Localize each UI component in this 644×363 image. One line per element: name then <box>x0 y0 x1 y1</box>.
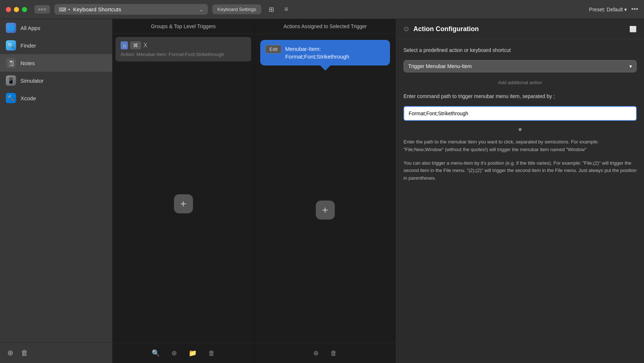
dropdown-trigger-menubar[interactable]: Trigger Menubar Menu-Item ▾ <box>404 60 637 72</box>
all-apps-icon: 🌐 <box>6 23 16 33</box>
x-icon: X <box>143 42 147 49</box>
groups-panel-header: Groups & Top Level Triggers <box>113 19 254 34</box>
trigger-icons: ⌂ ⌘ X <box>121 41 246 49</box>
groups-add-area: + <box>113 64 254 343</box>
actions-add-area: + <box>254 77 396 343</box>
actions-panel: Actions Assigned to Selected Trigger Edi… <box>254 19 396 363</box>
close-button[interactable] <box>6 7 11 12</box>
sidebar-add-button[interactable]: ⊕ <box>6 347 15 359</box>
xcode-icon: 🔨 <box>6 93 16 103</box>
config-more-button[interactable]: ⊙ <box>404 25 409 33</box>
sidebar-delete-button[interactable]: 🗑 <box>19 347 30 359</box>
cmd-icon: ⌘ <box>130 41 141 49</box>
command-path-label: Enter command path to trigger menubar me… <box>404 93 637 100</box>
actions-bottom: ⊕ 🗑 <box>254 343 396 363</box>
actions-add-button[interactable]: + <box>316 201 335 220</box>
keyboard-icon: ⌨ <box>59 7 66 12</box>
action-title-text: Menubar-Item: Format;Font;Strikethrough <box>285 45 385 60</box>
command-path-input[interactable] <box>404 106 637 121</box>
groups-panel: Groups & Top Level Triggers ⌂ ⌘ X Action… <box>113 19 254 363</box>
sidebar: 🌐 All Apps 🔍 Finder 📓 Notes 📱 Simulator … <box>0 19 113 363</box>
sidebar-label-finder: Finder <box>20 42 36 49</box>
maximize-button[interactable] <box>22 7 27 12</box>
sidebar-item-all-apps[interactable]: 🌐 All Apps <box>0 19 112 37</box>
titlebar: <<< ⌨ • Keyboard Shortcuts ⌄ Keyboard Se… <box>0 0 644 19</box>
sidebar-item-xcode[interactable]: 🔨 Xcode <box>0 89 112 107</box>
main-content: 🌐 All Apps 🔍 Finder 📓 Notes 📱 Simulator … <box>0 19 644 363</box>
edit-button[interactable]: Edit <box>265 45 281 53</box>
config-panel: ⊙ Action Configuration ⬜ Select a predef… <box>396 19 644 363</box>
home-icon: ⌂ <box>121 41 128 49</box>
config-expand-button[interactable]: ⬜ <box>629 26 637 33</box>
more-button[interactable]: ••• <box>631 5 638 13</box>
notes-icon: 📓 <box>6 58 16 68</box>
traffic-lights <box>6 7 27 12</box>
config-title: Action Configuration <box>413 25 479 33</box>
groups-bottom: 🔍 ⊕ 📁 🗑 <box>113 343 254 363</box>
title-center: ⌨ • Keyboard Shortcuts ⌄ <box>54 4 208 15</box>
speech-bubble-tail <box>320 66 330 71</box>
sidebar-item-finder[interactable]: 🔍 Finder <box>0 37 112 54</box>
select-label: Select a predefined action or keyboard s… <box>404 46 637 54</box>
help-text-1: Enter the path to the menubar item you w… <box>404 138 637 154</box>
list-icon[interactable]: ≡ <box>281 4 291 15</box>
actions-delete-button[interactable]: 🗑 <box>327 348 340 359</box>
config-header: ⊙ Action Configuration ⬜ <box>396 19 644 39</box>
groups-search-button[interactable]: 🔍 <box>149 348 163 359</box>
trigger-item[interactable]: ⌂ ⌘ X Action: Menubar-Item: Format;Font;… <box>115 37 251 61</box>
dropdown-label: Trigger Menubar Menu-Item <box>408 63 472 69</box>
chevron-button[interactable]: ⌄ <box>199 6 204 13</box>
config-body: Select a predefined action or keyboard s… <box>396 39 644 190</box>
help-text-2: You can also trigger a menu-item by it's… <box>404 160 637 182</box>
sidebar-item-simulator[interactable]: 📱 Simulator <box>0 72 112 89</box>
trigger-action-text: Action: Menubar-Item: Format;Font;Strike… <box>121 52 246 57</box>
add-additional-action[interactable]: Add additional action <box>404 78 637 87</box>
simulator-icon: 📱 <box>6 75 16 86</box>
sidebar-label-notes: Notes <box>20 60 35 66</box>
columns-icon[interactable]: ⊞ <box>266 4 277 15</box>
actions-add-bottom-button[interactable]: ⊕ <box>310 348 322 359</box>
preset-button[interactable]: Preset: Default ▾ <box>589 7 627 12</box>
sidebar-label-all-apps: All Apps <box>20 25 40 31</box>
back-button[interactable]: <<< <box>34 5 50 14</box>
keyboard-icon-area: ⌨ • <box>59 7 70 12</box>
input-progress-dot <box>519 128 522 131</box>
dropdown-arrow-icon: ▾ <box>629 63 632 69</box>
groups-add-button[interactable]: + <box>174 194 193 213</box>
dot-separator: • <box>68 7 70 12</box>
sidebar-label-xcode: Xcode <box>20 95 36 101</box>
sidebar-label-simulator: Simulator <box>20 78 43 84</box>
action-item-selected[interactable]: Edit Menubar-Item: Format;Font;Strikethr… <box>260 40 390 66</box>
groups-add-bottom-button[interactable]: ⊕ <box>168 348 180 359</box>
groups-delete-button[interactable]: 🗑 <box>205 348 218 359</box>
minimize-button[interactable] <box>14 7 19 12</box>
finder-icon: 🔍 <box>6 40 16 50</box>
actions-panel-header: Actions Assigned to Selected Trigger <box>254 19 396 34</box>
sidebar-bottom: ⊕ 🗑 <box>0 342 112 363</box>
action-item-header: Edit Menubar-Item: Format;Font;Strikethr… <box>265 45 385 60</box>
keyboard-settings-button[interactable]: Keyboard Settings <box>212 4 261 14</box>
sidebar-item-notes[interactable]: 📓 Notes <box>0 54 112 72</box>
groups-folder-button[interactable]: 📁 <box>186 348 200 359</box>
window-title: Keyboard Shortcuts <box>73 6 196 12</box>
